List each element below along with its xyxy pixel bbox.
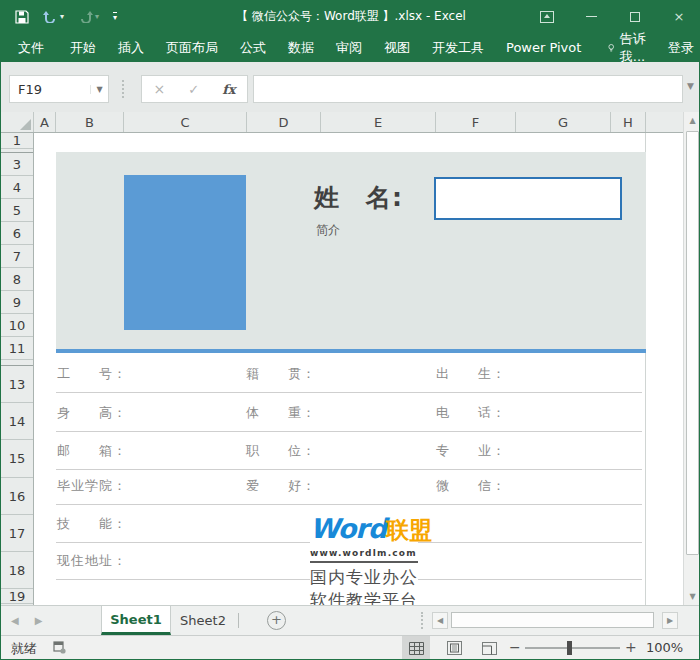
wordlm-logo: Word联盟 www.wordlm.com 国内专业办公 软件教学平台 xyxy=(310,514,418,605)
row-header-8[interactable]: 8 xyxy=(1,268,33,291)
vertical-scroll-thumb[interactable] xyxy=(686,131,699,555)
row-header-3[interactable]: 3 xyxy=(1,153,33,176)
wordlm-url: www.wordlm.com xyxy=(310,548,418,563)
tab-home[interactable]: 开始 xyxy=(59,33,107,62)
scroll-down-icon[interactable]: ▼ xyxy=(684,588,700,605)
row-header-13[interactable]: 13 xyxy=(1,366,33,403)
sheet-tab-sheet2[interactable]: Sheet2 xyxy=(172,606,234,635)
scroll-right-icon[interactable]: ▶ xyxy=(662,612,678,629)
tab-formulas[interactable]: 公式 xyxy=(229,33,277,62)
column-header-d[interactable]: D xyxy=(247,112,321,132)
page-layout-view-button[interactable] xyxy=(440,636,468,660)
zoom-out-icon[interactable]: − xyxy=(509,639,521,655)
new-sheet-button[interactable]: + xyxy=(267,611,286,630)
row-header-18[interactable]: 18 xyxy=(1,552,33,589)
worksheet-area[interactable]: 姓 名: 简介 工 号： 籍 贯： 出 生： 身 高： 体 重： 电 话： 邮 … xyxy=(34,133,683,605)
formula-bar: F19 ▼ × ✓ fx ▼ xyxy=(1,62,700,112)
normal-view-icon xyxy=(409,642,424,655)
wordlm-tagline-1: 国内专业办公 xyxy=(310,566,418,589)
row-header-11[interactable]: 11 xyxy=(1,337,33,360)
name-box-dropdown-icon[interactable]: ▼ xyxy=(90,85,108,94)
formula-bar-splitter[interactable] xyxy=(122,80,124,98)
field-row[interactable]: 身 高： 体 重： 电 话： xyxy=(56,393,642,432)
status-ready-label: 就绪 xyxy=(11,640,37,658)
column-header-b[interactable]: B xyxy=(56,112,124,132)
row-header-6[interactable]: 6 xyxy=(1,222,33,245)
tab-review[interactable]: 审阅 xyxy=(325,33,373,62)
wordlm-brand-cn: 联盟 xyxy=(386,517,432,543)
row-header-17[interactable]: 17 xyxy=(1,515,33,552)
row-header-1[interactable]: 1 xyxy=(1,133,33,149)
tab-file[interactable]: 文件 xyxy=(3,33,59,62)
column-header-e[interactable]: E xyxy=(321,112,436,132)
zoom-slider-track[interactable] xyxy=(525,647,620,649)
tabbar-splitter[interactable] xyxy=(421,612,423,629)
horizontal-scrollbar[interactable] xyxy=(449,612,661,629)
column-header-f[interactable]: F xyxy=(436,112,516,132)
name-label: 姓 名: xyxy=(314,181,403,214)
expand-formula-bar-icon[interactable]: ▼ xyxy=(687,81,694,91)
formula-input[interactable] xyxy=(253,75,683,103)
minimize-button[interactable] xyxy=(569,0,613,33)
customize-qat-button[interactable]: ▾ xyxy=(113,12,117,22)
name-box[interactable]: F19 ▼ xyxy=(9,75,109,103)
scroll-left-icon[interactable]: ◀ xyxy=(432,612,448,629)
insert-function-icon[interactable]: fx xyxy=(222,82,235,97)
row-header-15[interactable]: 15 xyxy=(1,440,33,478)
column-header-partial[interactable] xyxy=(646,112,683,132)
photo-placeholder[interactable] xyxy=(124,175,246,330)
row-header-14[interactable]: 14 xyxy=(1,403,33,440)
column-header-a[interactable]: A xyxy=(34,112,56,132)
redo-dropdown-icon[interactable]: ▾ xyxy=(95,13,99,21)
field-row[interactable]: 毕业学院： 爱 好： 微 信： xyxy=(56,470,642,505)
row-header-7[interactable]: 7 xyxy=(1,245,33,268)
status-bar: 就绪 − + 100% xyxy=(1,635,700,660)
excel-window: ▾ ▾ ▾ 【 微信公众号：Word联盟 】.xlsx - Excel × 文件… xyxy=(0,0,700,660)
field-label-college: 毕业学院： xyxy=(57,477,127,495)
select-all-corner[interactable] xyxy=(1,112,34,132)
tab-power-pivot[interactable]: Power Pivot xyxy=(495,33,592,62)
row-header-9[interactable]: 9 xyxy=(1,291,33,314)
undo-button[interactable]: ▾ xyxy=(43,11,64,23)
column-header-c[interactable]: C xyxy=(124,112,247,132)
column-header-h[interactable]: H xyxy=(611,112,646,132)
sheet-prev-icon[interactable]: ◀ xyxy=(11,615,19,626)
horizontal-scroll-thumb[interactable] xyxy=(451,612,654,628)
tab-insert[interactable]: 插入 xyxy=(107,33,155,62)
ribbon-display-options-button[interactable] xyxy=(525,0,569,33)
undo-dropdown-icon[interactable]: ▾ xyxy=(60,13,64,21)
redo-button[interactable]: ▾ xyxy=(78,11,99,23)
cancel-formula-icon[interactable]: × xyxy=(154,81,166,97)
tell-me-box[interactable]: 告诉我... xyxy=(600,30,657,66)
name-input-box[interactable] xyxy=(434,177,622,220)
tab-view[interactable]: 视图 xyxy=(373,33,421,62)
lightbulb-icon xyxy=(608,41,614,55)
normal-view-button[interactable] xyxy=(402,636,430,660)
sheet-next-icon[interactable]: ▶ xyxy=(35,615,43,626)
zoom-slider-thumb[interactable] xyxy=(567,641,572,655)
save-icon[interactable] xyxy=(15,10,29,24)
zoom-level-label[interactable]: 100% xyxy=(646,640,683,655)
zoom-in-icon[interactable]: + xyxy=(625,639,637,655)
field-row[interactable]: 工 号： 籍 贯： 出 生： xyxy=(56,363,642,393)
tab-developer[interactable]: 开发工具 xyxy=(421,33,495,62)
maximize-button[interactable] xyxy=(613,0,657,33)
scroll-up-icon[interactable]: ▲ xyxy=(684,112,700,129)
wordlm-tagline-2: 软件教学平台 xyxy=(310,589,418,605)
sheet-tab-sheet1[interactable]: Sheet1 xyxy=(101,606,171,635)
row-header-16[interactable]: 16 xyxy=(1,478,33,515)
enter-formula-icon[interactable]: ✓ xyxy=(188,82,199,97)
vertical-scrollbar[interactable]: ▲ ▼ xyxy=(683,112,700,605)
page-break-preview-button[interactable] xyxy=(475,636,503,660)
row-header-5[interactable]: 5 xyxy=(1,199,33,222)
row-header-19[interactable]: 19 xyxy=(1,589,33,604)
column-header-g[interactable]: G xyxy=(516,112,611,132)
close-button[interactable]: × xyxy=(657,0,700,33)
tab-page-layout[interactable]: 页面布局 xyxy=(155,33,229,62)
row-header-4[interactable]: 4 xyxy=(1,176,33,199)
tab-data[interactable]: 数据 xyxy=(277,33,325,62)
row-header-10[interactable]: 10 xyxy=(1,314,33,337)
sign-in-button[interactable]: 登录 xyxy=(658,33,700,62)
field-row[interactable]: 邮 箱： 职 位： 专 业： xyxy=(56,432,642,470)
record-macro-icon[interactable] xyxy=(53,641,66,657)
